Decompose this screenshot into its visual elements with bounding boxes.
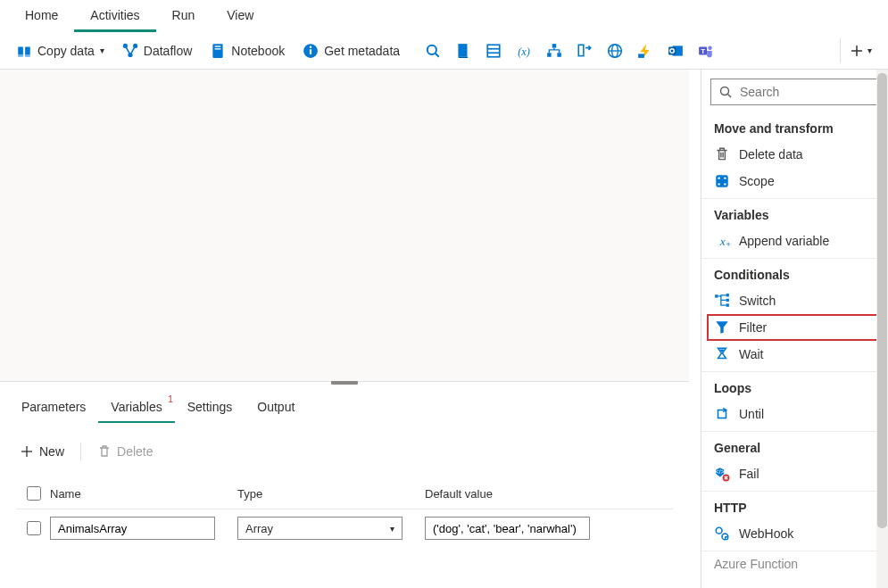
- scope-icon: [714, 173, 730, 189]
- select-all-checkbox[interactable]: [27, 486, 41, 501]
- activity-wait[interactable]: Wait: [701, 341, 888, 368]
- svg-point-39: [718, 183, 719, 185]
- category-conditionals: Conditionals: [701, 258, 888, 287]
- design-canvas[interactable]: [0, 70, 689, 382]
- tab-output[interactable]: Output: [245, 394, 307, 423]
- activity-label: Delete data: [739, 147, 803, 161]
- teams-tool-button[interactable]: T: [691, 37, 721, 65]
- toolbar: Copy data ▾ Dataflow Notebook Get metada…: [0, 32, 888, 70]
- hourglass-icon: [714, 346, 730, 362]
- svg-point-38: [724, 177, 726, 178]
- copy-data-label: Copy data: [37, 44, 95, 58]
- svg-point-29: [708, 46, 712, 50]
- foreach-tool-button[interactable]: [569, 37, 600, 65]
- tab-variables[interactable]: Variables 1: [98, 394, 174, 423]
- activity-label: Scope: [739, 174, 775, 188]
- scrollbar[interactable]: [876, 70, 888, 588]
- activity-fail[interactable]: </> Fail: [701, 460, 888, 487]
- add-activity-dropdown[interactable]: ▾: [840, 38, 881, 63]
- activity-label: Filter: [739, 320, 767, 335]
- svg-rect-43: [715, 294, 718, 297]
- filter-icon: [714, 319, 730, 335]
- row-checkbox[interactable]: [27, 521, 41, 535]
- tab-activities[interactable]: Activities: [74, 1, 155, 32]
- variable-actions: New Delete: [0, 423, 689, 468]
- variable-name-input[interactable]: [50, 517, 215, 540]
- svg-point-40: [724, 183, 726, 185]
- web-tool-button[interactable]: [600, 37, 630, 65]
- activity-switch[interactable]: Switch: [701, 287, 888, 314]
- svg-rect-12: [487, 45, 500, 57]
- activity-label: Append variable: [739, 234, 829, 248]
- svg-point-9: [427, 45, 436, 54]
- activity-webhook[interactable]: WebHook: [701, 520, 888, 547]
- svg-text:+: +: [726, 240, 731, 249]
- activity-label: Until: [739, 407, 764, 421]
- variable-type-value: Array: [245, 522, 273, 535]
- chevron-down-icon: ▾: [867, 46, 872, 55]
- svg-line-10: [436, 53, 439, 56]
- activity-until[interactable]: Until: [701, 401, 888, 427]
- get-metadata-button[interactable]: Get metadata: [294, 37, 409, 64]
- foreach-icon: [577, 43, 593, 59]
- svg-text:</>: </>: [716, 468, 725, 475]
- split-handle[interactable]: [331, 381, 358, 385]
- scrollbar-thumb[interactable]: [877, 73, 887, 528]
- svg-point-50: [716, 527, 722, 534]
- tab-home[interactable]: Home: [9, 1, 74, 32]
- svg-rect-4: [215, 46, 221, 46]
- outlook-tool-button[interactable]: [660, 37, 691, 65]
- tab-run[interactable]: Run: [156, 1, 212, 32]
- search-tool-button[interactable]: [418, 37, 448, 65]
- webhook-icon: [714, 526, 730, 542]
- category-move-transform: Move and transform: [701, 112, 888, 141]
- variable-type-select[interactable]: Array ▾: [237, 517, 403, 540]
- list-tool-button[interactable]: [478, 37, 509, 65]
- copy-data-button[interactable]: Copy data ▾: [7, 37, 113, 64]
- lightning-icon: [637, 43, 653, 59]
- svg-rect-45: [726, 299, 729, 302]
- variable-default-input[interactable]: [425, 517, 590, 540]
- notebook-button[interactable]: Notebook: [201, 37, 294, 64]
- condition-tool-button[interactable]: [539, 37, 569, 65]
- dataflow-button[interactable]: Dataflow: [113, 37, 201, 64]
- script-icon: [455, 43, 471, 59]
- chevron-down-icon: ▾: [390, 524, 394, 534]
- separator: [80, 443, 81, 460]
- function-tool-button[interactable]: [630, 37, 660, 65]
- info-icon: [303, 43, 319, 59]
- svg-text:x: x: [719, 235, 726, 248]
- category-loops: Loops: [701, 371, 888, 401]
- activity-scope[interactable]: Scope: [701, 168, 888, 195]
- tab-parameters[interactable]: Parameters: [9, 394, 98, 423]
- variable-tool-button[interactable]: (x): [509, 37, 539, 65]
- trash-icon: [714, 146, 730, 162]
- activity-filter[interactable]: Filter: [707, 314, 883, 341]
- dataflow-label: Dataflow: [144, 44, 192, 58]
- tab-variables-label: Variables: [111, 400, 162, 414]
- notebook-label: Notebook: [231, 44, 285, 58]
- delete-variable-button[interactable]: Delete: [88, 441, 162, 462]
- col-name: Name: [50, 487, 237, 501]
- globe-icon: [607, 43, 623, 59]
- new-variable-button[interactable]: New: [11, 441, 73, 462]
- search-icon: [425, 43, 441, 59]
- col-type: Type: [237, 487, 425, 501]
- activity-search[interactable]: [710, 79, 879, 105]
- pipeline-editor: Parameters Variables 1 Settings Output N…: [0, 70, 689, 588]
- activity-append-variable[interactable]: x+ Append variable: [701, 228, 888, 254]
- table-row: Array ▾: [16, 509, 673, 547]
- svg-rect-44: [726, 294, 729, 296]
- activity-search-input[interactable]: [738, 84, 888, 100]
- svg-rect-19: [578, 45, 584, 55]
- tab-settings[interactable]: Settings: [175, 394, 245, 423]
- activity-label: Wait: [739, 347, 763, 361]
- category-truncated: Azure Function: [701, 551, 888, 576]
- category-general: General: [701, 431, 888, 460]
- activity-delete-data[interactable]: Delete data: [701, 141, 888, 168]
- properties-tabs: Parameters Variables 1 Settings Output: [0, 382, 689, 423]
- chevron-down-icon: ▾: [100, 46, 104, 55]
- svg-rect-11: [458, 44, 467, 57]
- tab-view[interactable]: View: [211, 1, 270, 32]
- script-tool-button[interactable]: [448, 37, 478, 65]
